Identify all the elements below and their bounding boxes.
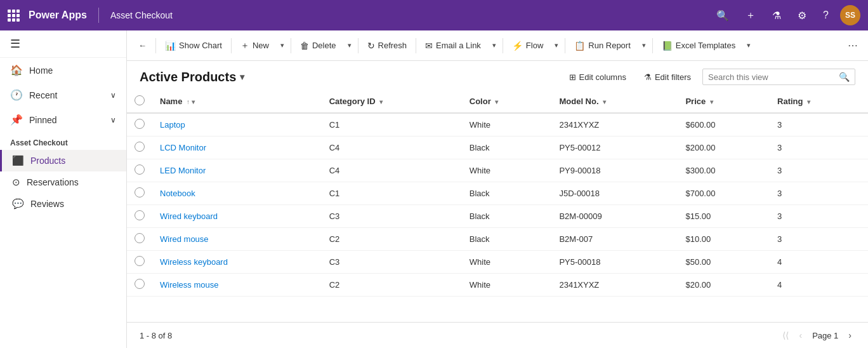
row-price: $600.00 — [678, 113, 770, 137]
model-column-header[interactable]: Model No. ▾ — [551, 90, 678, 113]
table-row: Wireless mouse C2 White 2341XYXZ $20.00 … — [127, 274, 868, 297]
rating-column-header[interactable]: Rating ▾ — [770, 90, 868, 113]
select-all-checkbox[interactable] — [135, 95, 145, 105]
row-checkbox[interactable] — [135, 142, 145, 152]
more-options-button[interactable]: ⋯ — [843, 36, 863, 55]
color-sort-icon: ▾ — [495, 98, 498, 105]
row-checkbox[interactable] — [135, 119, 145, 129]
select-all-header[interactable] — [127, 90, 152, 113]
sidebar-item-reviews[interactable]: 💬 Reviews — [0, 193, 126, 215]
color-column-header[interactable]: Color ▾ — [462, 90, 552, 113]
row-name[interactable]: LED Monitor — [152, 159, 322, 182]
table-container: Name ↑ ▾ Category ID ▾ Color ▾ Model N — [127, 90, 868, 322]
edit-columns-label: Edit columns — [579, 72, 626, 82]
row-name[interactable]: Notebook — [152, 182, 322, 205]
refresh-icon: ↻ — [367, 41, 375, 51]
first-page-button[interactable]: ⟨⟨ — [779, 328, 792, 343]
row-checkbox[interactable] — [135, 210, 145, 220]
row-rating: 3 — [770, 205, 868, 228]
filter-nav-button[interactable]: ⚗ — [767, 7, 786, 24]
refresh-button[interactable]: ↻ Refresh — [361, 37, 414, 55]
cmd-separator-7 — [565, 38, 565, 53]
row-model: PY9-00018 — [551, 159, 678, 182]
row-name[interactable]: Wired mouse — [152, 228, 322, 251]
row-checkbox[interactable] — [135, 256, 145, 266]
excel-templates-button[interactable]: 📗 Excel Templates — [655, 37, 742, 55]
row-checkbox[interactable] — [135, 279, 145, 289]
table-row: LCD Monitor C4 Black PY5-00012 $200.00 3 — [127, 137, 868, 159]
row-checkbox-cell[interactable] — [127, 113, 152, 137]
rating-sort-icon: ▾ — [807, 98, 810, 105]
waffle-icon[interactable] — [8, 10, 20, 22]
email-link-button[interactable]: ✉ Email a Link — [419, 37, 487, 55]
email-label: Email a Link — [436, 41, 481, 50]
next-page-button[interactable]: › — [845, 328, 855, 343]
row-checkbox-cell[interactable] — [127, 251, 152, 274]
flow-chevron-button[interactable]: ▾ — [551, 37, 562, 53]
prev-page-button[interactable]: ‹ — [795, 328, 806, 343]
row-name[interactable]: Wireless keyboard — [152, 251, 322, 274]
sidebar-item-recent[interactable]: 🕐 Recent ∨ — [0, 83, 126, 107]
delete-chevron-button[interactable]: ▾ — [344, 37, 355, 53]
row-checkbox-cell[interactable] — [127, 159, 152, 182]
price-column-header[interactable]: Price ▾ — [678, 90, 770, 113]
row-checkbox[interactable] — [135, 187, 145, 197]
run-report-button[interactable]: 📋 Run Report — [568, 37, 636, 55]
row-category: C4 — [322, 137, 462, 159]
row-checkbox[interactable] — [135, 233, 145, 243]
row-color: White — [462, 274, 552, 297]
row-price: $15.00 — [678, 205, 770, 228]
help-nav-button[interactable]: ? — [818, 7, 834, 23]
row-name[interactable]: LCD Monitor — [152, 137, 322, 159]
sidebar-item-reservations[interactable]: ⊙ Reservations — [0, 171, 126, 193]
report-chevron-button[interactable]: ▾ — [638, 37, 650, 53]
add-nav-button[interactable]: ＋ — [740, 6, 761, 25]
row-checkbox-cell[interactable] — [127, 205, 152, 228]
row-checkbox-cell[interactable] — [127, 182, 152, 205]
flow-button[interactable]: ⚡ Flow — [506, 37, 549, 55]
show-chart-button[interactable]: 📊 Show Chart — [159, 37, 228, 55]
show-chart-label: Show Chart — [179, 41, 222, 50]
search-input[interactable] — [708, 72, 835, 82]
sidebar-reviews-label: Reviews — [30, 199, 64, 209]
table-footer: 1 - 8 of 8 ⟨⟨ ‹ Page 1 › — [127, 322, 868, 348]
settings-nav-button[interactable]: ⚙ — [792, 7, 812, 24]
row-checkbox-cell[interactable] — [127, 274, 152, 297]
row-rating: 3 — [770, 113, 868, 137]
row-checkbox-cell[interactable] — [127, 137, 152, 159]
sidebar-item-products[interactable]: ⬛ Products — [0, 150, 126, 171]
new-button[interactable]: ＋ New — [234, 36, 275, 55]
view-actions: ⊞ Edit columns ⚗ Edit filters 🔍 — [563, 69, 856, 85]
email-chevron-button[interactable]: ▾ — [489, 37, 500, 53]
delete-button[interactable]: 🗑 Delete — [294, 37, 343, 55]
view-header: Active Products ▾ ⊞ Edit columns ⚗ Edit … — [127, 61, 868, 90]
back-button[interactable]: ← — [132, 37, 153, 54]
flow-label: Flow — [526, 41, 543, 50]
table-row: Wired mouse C2 Black B2M-007 $10.00 3 — [127, 228, 868, 251]
sidebar-toggle[interactable]: ☰ — [0, 30, 126, 58]
excel-chevron-button[interactable]: ▾ — [743, 37, 754, 53]
row-category: C4 — [322, 159, 462, 182]
row-name[interactable]: Wired keyboard — [152, 205, 322, 228]
report-icon: 📋 — [574, 41, 585, 51]
name-column-header[interactable]: Name ↑ ▾ — [152, 90, 322, 113]
row-name[interactable]: Wireless mouse — [152, 274, 322, 297]
edit-filters-button[interactable]: ⚗ Edit filters — [638, 69, 697, 85]
user-avatar[interactable]: SS — [840, 5, 860, 25]
row-color: Black — [462, 228, 552, 251]
cmd-separator-4 — [358, 38, 358, 53]
sidebar-item-home[interactable]: 🏠 Home — [0, 58, 126, 83]
pagination: ⟨⟨ ‹ Page 1 › — [779, 328, 855, 343]
search-nav-button[interactable]: 🔍 — [711, 7, 734, 24]
search-icon[interactable]: 🔍 — [839, 72, 850, 82]
sidebar-item-pinned[interactable]: 📌 Pinned ∨ — [0, 107, 126, 132]
row-checkbox-cell[interactable] — [127, 228, 152, 251]
row-name[interactable]: Laptop — [152, 113, 322, 137]
price-col-label: Price — [685, 97, 706, 106]
new-chevron-button[interactable]: ▾ — [277, 37, 288, 53]
view-title-chevron-icon[interactable]: ▾ — [240, 72, 244, 82]
row-checkbox[interactable] — [135, 164, 145, 175]
category-column-header[interactable]: Category ID ▾ — [322, 90, 462, 113]
edit-columns-button[interactable]: ⊞ Edit columns — [563, 69, 633, 85]
row-model: 2341XYXZ — [551, 274, 678, 297]
